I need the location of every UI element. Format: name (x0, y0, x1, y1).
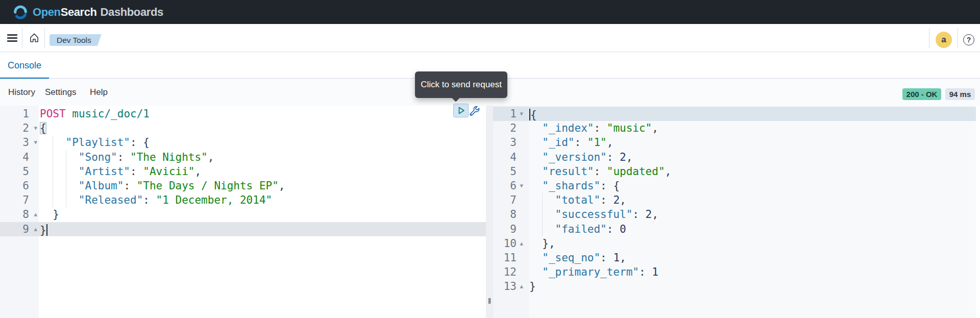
fold-toggle-icon[interactable]: ▾ (520, 107, 523, 121)
code-text: { (529, 107, 537, 121)
opensearch-logo-icon (13, 5, 28, 20)
code-text: "total": 2, (529, 193, 626, 207)
tab-console-label: Console (8, 60, 41, 71)
code-line[interactable]: 9▴} (0, 222, 486, 236)
fold-toggle-icon[interactable]: ▴ (520, 279, 523, 293)
code-line[interactable]: 3▾ "Playlist": { (0, 135, 486, 150)
nav-divider (958, 28, 958, 48)
line-number: 3 (493, 135, 529, 150)
menu-hamburger-icon[interactable] (7, 34, 17, 42)
breadcrumb-label: Dev Tools (57, 36, 91, 45)
code-line[interactable]: 1POST music/_doc/1 (0, 107, 486, 121)
code-line[interactable]: 13▴} (493, 279, 980, 293)
line-number: 6 (0, 179, 39, 193)
code-line[interactable]: 6▾ "_shards": { (493, 179, 980, 193)
breadcrumb-dev-tools[interactable]: Dev Tools (50, 34, 102, 46)
code-text: "_index": "music", (529, 121, 658, 135)
code-line[interactable]: 7 "Released": "1 December, 2014" (0, 193, 486, 207)
code-text: "Song": "The Nights", (39, 150, 214, 164)
fold-toggle-icon[interactable]: ▴ (34, 207, 37, 222)
code-line[interactable]: 11 "_seq_no": 1, (493, 251, 980, 265)
code-line[interactable]: 4 "_version": 2, (493, 150, 980, 164)
request-code-lines: 1POST music/_doc/12▾{3▾ "Playlist": {4 "… (0, 107, 486, 236)
avatar-initial: a (941, 35, 946, 45)
code-line[interactable]: 1▾{ (493, 107, 980, 121)
nav-divider (22, 28, 22, 48)
code-text: "Artist": "Avicii", (39, 164, 201, 179)
panel-resizer[interactable]: ‖ (486, 106, 493, 318)
code-line[interactable]: 10▴ }, (493, 236, 980, 251)
response-time-label: 94 ms (949, 90, 971, 99)
nav-divider (929, 28, 929, 48)
code-line[interactable]: 6 "Album": "The Days / Nights EP", (0, 179, 486, 193)
user-avatar[interactable]: a (936, 32, 952, 48)
line-number: 11 (493, 251, 529, 265)
menu-help-label: Help (90, 87, 108, 97)
code-text: "Released": "1 December, 2014" (39, 193, 272, 207)
line-number: 10▴ (493, 236, 529, 251)
code-line[interactable]: 8▴ } (0, 207, 486, 222)
tab-console[interactable]: Console (0, 53, 49, 79)
fold-toggle-icon[interactable]: ▴ (520, 236, 523, 251)
fold-toggle-icon[interactable]: ▾ (34, 135, 37, 150)
code-line[interactable]: 2▾{ (0, 121, 486, 135)
play-icon (456, 106, 466, 115)
line-number: 9▴ (0, 222, 39, 236)
code-line[interactable]: 3 "_id": "1", (493, 135, 980, 150)
line-number: 8 (493, 207, 529, 222)
line-number: 13▴ (493, 279, 529, 293)
help-button[interactable]: ? (963, 34, 974, 45)
code-text: } (39, 222, 47, 236)
menu-history-label: History (8, 87, 35, 97)
menu-help[interactable]: Help (90, 79, 108, 106)
line-number: 2 (493, 121, 529, 135)
code-text: "Playlist": { (39, 135, 150, 150)
code-text: "Album": "The Days / Nights EP", (39, 179, 285, 193)
menu-history[interactable]: History (8, 79, 35, 106)
response-viewer[interactable]: 1▾{2 "_index": "music",3 "_id": "1",4 "_… (493, 106, 980, 318)
line-number: 7 (493, 193, 529, 207)
question-mark-icon: ? (967, 36, 971, 44)
line-number: 1▾ (493, 107, 529, 121)
fold-toggle-icon[interactable]: ▴ (34, 222, 37, 236)
menu-settings[interactable]: Settings (45, 79, 76, 106)
wrench-icon (469, 105, 480, 117)
code-line[interactable]: 2 "_index": "music", (493, 121, 980, 135)
request-options-button[interactable] (469, 105, 481, 117)
status-code-badge: 200 - OK (902, 88, 941, 100)
scrollbar-track[interactable] (976, 106, 980, 318)
code-line[interactable]: 7 "total": 2, (493, 193, 980, 207)
code-text: POST music/_doc/1 (39, 107, 150, 121)
request-editor[interactable]: 1POST music/_doc/12▾{3▾ "Playlist": {4 "… (0, 106, 486, 318)
code-line[interactable]: 5 "result": "updated", (493, 164, 980, 179)
nav-divider (44, 28, 45, 48)
fold-toggle-icon[interactable]: ▾ (34, 121, 37, 135)
send-request-tooltip: Click to send request (415, 71, 507, 98)
line-number: 3▾ (0, 135, 39, 150)
code-line[interactable]: 9 "failed": 0 (493, 222, 980, 236)
code-line[interactable]: 4 "Song": "The Nights", (0, 150, 486, 164)
code-line[interactable]: 5 "Artist": "Avicii", (0, 164, 486, 179)
home-icon (29, 32, 40, 43)
line-number: 1 (0, 107, 39, 121)
code-line[interactable]: 12 "_primary_term": 1 (493, 265, 980, 279)
line-number: 4 (0, 150, 39, 164)
home-button[interactable] (28, 32, 40, 44)
line-number: 2▾ (0, 121, 39, 135)
code-text: "_shards": { (529, 179, 620, 193)
send-request-button[interactable] (453, 104, 469, 117)
fold-toggle-icon[interactable]: ▾ (520, 179, 523, 193)
line-number: 4 (493, 150, 529, 164)
logo-word-dashboards: Dashboards (101, 6, 163, 18)
logo-word-open: Open (33, 6, 61, 18)
response-code-lines: 1▾{2 "_index": "music",3 "_id": "1",4 "_… (493, 107, 980, 293)
line-number: 5 (493, 164, 529, 179)
app-title: OpenSearchDashboards (33, 6, 163, 19)
line-number: 6▾ (493, 179, 529, 193)
code-text: } (39, 207, 59, 222)
response-time-badge: 94 ms (945, 88, 975, 100)
code-line[interactable]: 8 "successful": 2, (493, 207, 980, 222)
code-text: } (529, 279, 536, 293)
code-text: }, (529, 236, 555, 251)
text-cursor (46, 224, 47, 236)
